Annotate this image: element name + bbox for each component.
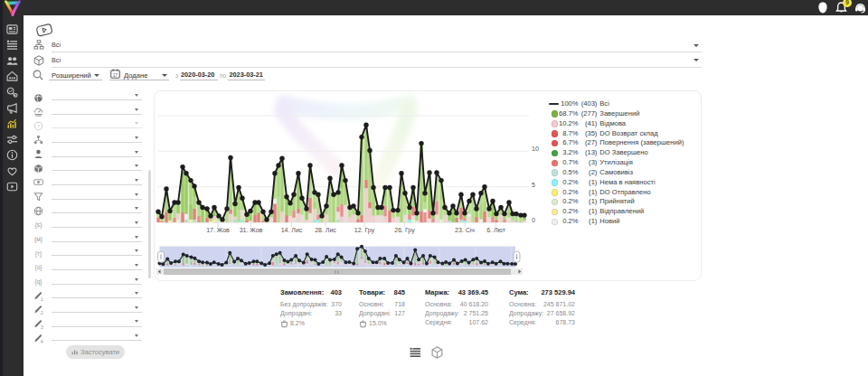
svg-text:23. Січ: 23. Січ <box>455 227 475 233</box>
svg-text:5: 5 <box>532 182 535 188</box>
svg-text:17. Жов: 17. Жов <box>206 227 230 233</box>
svg-text:12. Гру: 12. Гру <box>354 227 375 234</box>
svg-text:14. Лис: 14. Лис <box>281 227 303 233</box>
svg-text:28. Лис: 28. Лис <box>315 227 336 233</box>
svg-text:6. Лют: 6. Лют <box>486 227 505 233</box>
svg-text:0: 0 <box>532 217 535 223</box>
svg-text:10: 10 <box>532 146 539 152</box>
svg-text:31. Жов: 31. Жов <box>240 227 263 233</box>
svg-text:26. Гру: 26. Гру <box>394 227 415 234</box>
